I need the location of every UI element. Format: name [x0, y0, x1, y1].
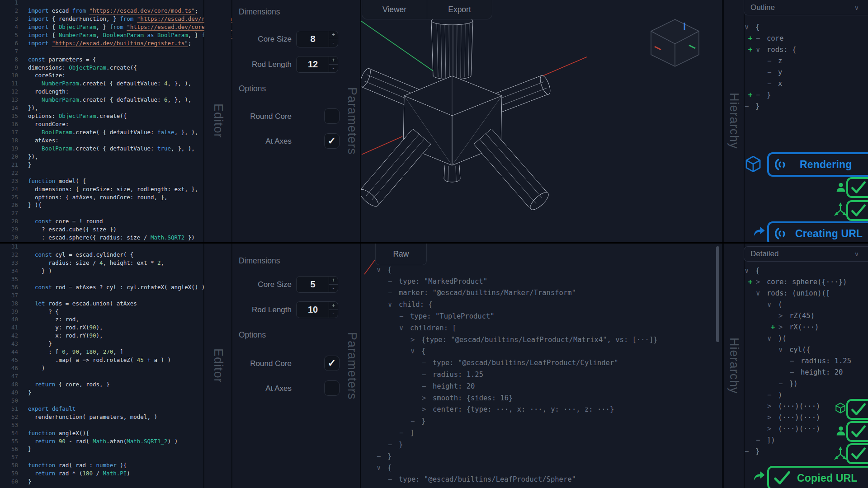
tree-toggle-marker[interactable]: − [399, 312, 410, 320]
tree-row[interactable]: +>core: sphere({···}) [745, 276, 868, 287]
tree-row[interactable]: ∨{ [377, 462, 717, 474]
tree-toggle-marker[interactable]: − [767, 68, 778, 76]
tree-row[interactable]: −type: "MarkedProduct" [377, 276, 717, 287]
decrement-button[interactable]: - [329, 285, 338, 293]
tree-toggle-marker[interactable]: − [756, 34, 767, 42]
tree-add-marker[interactable]: + [767, 321, 778, 333]
tree-row[interactable]: −marker: "@escad/builtins/Marker/Transfo… [377, 287, 717, 299]
increment-button[interactable]: + [329, 277, 338, 285]
tree-toggle-marker[interactable]: − [767, 80, 778, 88]
tree-toggle-marker[interactable]: > [778, 312, 789, 320]
code-editor-bottom[interactable]: 3132 const cyl = escad.cylinder( {33 rad… [0, 244, 203, 488]
view-cube-widget[interactable] [651, 19, 699, 66]
tree-row[interactable]: −type: "@escad/builtins/LeafProduct/Cyli… [377, 357, 717, 369]
tree-toggle-marker[interactable]: > [756, 278, 767, 286]
hierarchy-mode-select[interactable]: Detailed ∨ [744, 246, 868, 262]
tree-toggle-marker[interactable]: − [756, 436, 767, 444]
tree-toggle-marker[interactable]: − [399, 429, 410, 437]
increment-button[interactable]: + [329, 302, 338, 310]
increment-button[interactable]: + [329, 56, 338, 65]
tree-toggle-marker[interactable]: − [388, 475, 399, 483]
tree-row[interactable]: ∨rods: (union)([ [745, 287, 868, 299]
tree-row[interactable]: −y [745, 66, 868, 78]
tree-add-marker[interactable]: + [745, 44, 756, 55]
tree-toggle-marker[interactable]: ∨ [410, 347, 421, 355]
tree-toggle-marker[interactable]: ∨ [756, 289, 767, 297]
tree-toggle-marker[interactable]: > [422, 405, 433, 413]
tree-row[interactable]: −radius: 1.25 [745, 355, 868, 366]
tree-row[interactable]: +>rX(···) [745, 321, 868, 333]
tree-toggle-marker[interactable]: − [377, 452, 387, 460]
tree-row[interactable]: −} [377, 415, 717, 427]
tree-row[interactable]: ∨{ [377, 346, 717, 357]
round-core-checkbox[interactable] [324, 108, 340, 124]
tree-toggle-marker[interactable]: > [410, 336, 421, 344]
tree-row[interactable]: −) [745, 389, 868, 400]
viewport-3d-scene[interactable] [361, 0, 722, 242]
tree-toggle-marker[interactable]: − [767, 57, 778, 65]
core-size-input[interactable]: 8 +- [296, 31, 338, 47]
tree-toggle-marker[interactable]: ∨ [767, 334, 778, 343]
tree-row[interactable]: >smooth: {sides: 16} [377, 392, 717, 404]
tree-toggle-marker[interactable]: − [388, 289, 399, 297]
tree-row[interactable]: −} [377, 450, 717, 462]
split-divider[interactable] [0, 242, 868, 244]
tree-row[interactable]: ∨{ [377, 264, 717, 276]
tree-toggle-marker[interactable]: − [767, 391, 778, 399]
code-editor-top[interactable]: 12import escad from "https://escad.dev/c… [0, 0, 203, 242]
tree-row[interactable]: ∨( [745, 299, 868, 310]
tab-raw[interactable]: Raw [375, 244, 427, 265]
tree-toggle-marker[interactable]: − [756, 91, 767, 99]
decrement-button[interactable]: - [329, 39, 338, 47]
rod-length-input[interactable]: 10 +- [296, 301, 338, 318]
hierarchy-mode-select[interactable]: Outline ∨ [744, 0, 868, 15]
tree-row[interactable]: >rZ(45) [745, 310, 868, 321]
tree-toggle-marker[interactable]: > [767, 413, 778, 422]
tree-toggle-marker[interactable]: ∨ [388, 300, 399, 309]
tree-row[interactable]: +∨rods: { [745, 44, 868, 55]
core-size-value[interactable]: 5 [297, 277, 329, 292]
tree-add-marker[interactable]: + [745, 33, 756, 44]
tree-toggle-marker[interactable]: − [745, 447, 755, 455]
decrement-button[interactable]: - [329, 310, 338, 318]
tree-toggle-marker[interactable]: ∨ [745, 23, 755, 31]
tree-row[interactable]: −type: "@escad/builtins/LeafProduct/Sphe… [377, 474, 717, 485]
tab-export[interactable]: Export [427, 0, 492, 19]
tree-row[interactable]: +−} [745, 89, 868, 100]
tree-toggle-marker[interactable]: > [767, 402, 778, 410]
tree-row[interactable]: −x [745, 78, 868, 89]
tree-toggle-marker[interactable]: − [388, 441, 399, 449]
tree-toggle-marker[interactable]: ∨ [778, 346, 789, 354]
tree-row[interactable]: ∨child: { [377, 299, 717, 310]
tree-toggle-marker[interactable]: ∨ [745, 267, 755, 275]
tree-toggle-marker[interactable]: − [422, 382, 433, 390]
tree-toggle-marker[interactable]: − [745, 102, 755, 110]
tree-toggle-marker[interactable]: ∨ [377, 266, 387, 274]
tree-toggle-marker[interactable]: > [422, 394, 433, 402]
tree-row[interactable]: −radius: 3.5355339059327373 [377, 485, 717, 488]
tree-row[interactable]: >center: {type: ···, x: ···, y: ···, z: … [377, 404, 717, 416]
tree-toggle-marker[interactable]: > [767, 425, 778, 433]
tree-toggle-marker[interactable]: − [388, 277, 399, 286]
tree-add-marker[interactable]: + [745, 89, 756, 100]
tree-row[interactable]: −} [745, 100, 868, 112]
viewer-3d-top[interactable]: Viewer Export [361, 0, 722, 242]
core-size-input[interactable]: 5 +- [296, 276, 338, 293]
tree-row[interactable]: ∨cyl({ [745, 344, 868, 355]
tree-row[interactable]: −z [745, 55, 868, 66]
tree-row[interactable]: −height: 20 [377, 380, 717, 392]
rod-length-value[interactable]: 12 [297, 56, 329, 72]
at-axes-checkbox[interactable]: ✓ [324, 133, 340, 149]
tree-toggle-marker[interactable]: − [790, 357, 801, 365]
rod-length-input[interactable]: 12 +- [296, 56, 338, 73]
tree-toggle-marker[interactable]: ∨ [767, 300, 778, 309]
at-axes-checkbox[interactable] [324, 380, 340, 396]
core-size-value[interactable]: 8 [297, 31, 329, 47]
code-content[interactable]: 12import escad from "https://escad.dev/c… [0, 0, 203, 242]
tree-row[interactable]: −radius: 1.25 [377, 369, 717, 380]
decrement-button[interactable]: - [329, 65, 338, 73]
tree-toggle-marker[interactable]: − [410, 417, 421, 425]
tree-toggle-marker[interactable]: ∨ [399, 324, 410, 332]
code-content[interactable]: 3132 const cyl = escad.cylinder( {33 rad… [0, 244, 203, 486]
tree-row[interactable]: ∨children: [ [377, 322, 717, 334]
